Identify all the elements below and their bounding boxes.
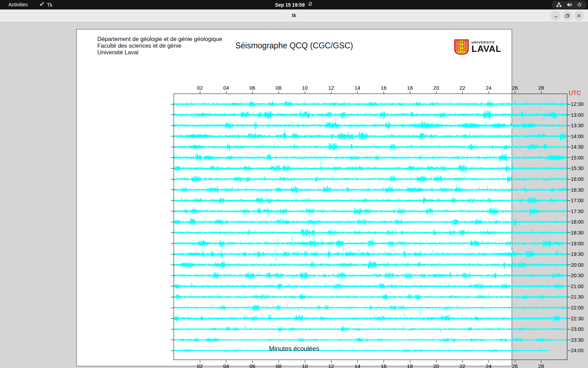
app-menu[interactable]: Tk bbox=[36, 0, 55, 9]
utc-time-label: 20:30 bbox=[571, 273, 583, 278]
utc-time-label: 22:30 bbox=[571, 316, 583, 321]
y-tick-mark bbox=[568, 190, 570, 190]
seismogram-canvas bbox=[174, 94, 567, 360]
x-tick-mark bbox=[305, 91, 305, 94]
x-tick-label: 22 bbox=[455, 85, 469, 91]
x-tick-label: 18 bbox=[403, 363, 417, 368]
utc-time-label: 13:00 bbox=[571, 112, 583, 118]
y-tick-mark bbox=[568, 179, 570, 179]
utc-time-label: 20:00 bbox=[571, 262, 583, 268]
y-tick-mark bbox=[568, 200, 570, 201]
y-tick-mark bbox=[171, 286, 174, 286]
y-tick-mark bbox=[171, 136, 174, 136]
y-tick-mark bbox=[171, 340, 174, 340]
x-tick-mark bbox=[384, 360, 384, 363]
x-tick-mark bbox=[515, 91, 515, 94]
y-tick-mark bbox=[171, 190, 174, 190]
utc-time-label: 19:30 bbox=[571, 251, 583, 257]
x-tick-label: 16 bbox=[377, 363, 391, 368]
x-tick-label: 02 bbox=[193, 85, 207, 91]
x-tick-mark bbox=[226, 91, 226, 94]
x-tick-mark bbox=[331, 91, 331, 94]
y-tick-mark bbox=[171, 318, 174, 319]
x-tick-label: 04 bbox=[219, 85, 233, 91]
y-tick-mark bbox=[568, 222, 570, 222]
utc-time-label: 24:00 bbox=[571, 348, 583, 353]
x-tick-label: 28 bbox=[534, 363, 548, 368]
y-tick-mark bbox=[171, 308, 174, 308]
x-tick-label: 24 bbox=[482, 363, 496, 368]
activities-button[interactable]: Activities bbox=[5, 0, 31, 9]
y-tick-mark bbox=[171, 275, 174, 276]
x-tick-mark bbox=[462, 360, 463, 363]
utc-time-label: 22:00 bbox=[571, 305, 583, 311]
maximize-button[interactable] bbox=[562, 11, 572, 21]
window-title: tk bbox=[0, 9, 588, 22]
y-tick-mark bbox=[171, 200, 174, 201]
x-tick-label: 20 bbox=[429, 363, 443, 368]
y-tick-mark bbox=[171, 115, 174, 115]
x-tick-mark bbox=[200, 91, 200, 94]
y-tick-mark bbox=[568, 254, 570, 254]
power-icon bbox=[577, 2, 582, 7]
x-axis-title: Minutes écoulées bbox=[77, 345, 512, 353]
minimize-button[interactable] bbox=[551, 11, 561, 21]
laval-shield-icon bbox=[454, 39, 469, 56]
utc-time-label: 21:00 bbox=[571, 284, 583, 289]
x-tick-mark bbox=[489, 360, 489, 363]
utc-time-label: 15:00 bbox=[571, 155, 583, 161]
x-tick-label: 12 bbox=[324, 363, 338, 368]
x-tick-mark bbox=[357, 91, 358, 94]
x-tick-mark bbox=[305, 360, 305, 363]
x-tick-mark bbox=[515, 360, 515, 363]
utc-time-label: 14:30 bbox=[571, 144, 583, 150]
x-tick-label: 04 bbox=[219, 363, 233, 368]
y-tick-mark bbox=[171, 104, 174, 104]
x-tick-label: 20 bbox=[429, 85, 443, 91]
y-tick-mark bbox=[568, 243, 570, 244]
y-tick-mark bbox=[171, 179, 174, 179]
university-laval-logo: UNIVERSITÉ LAVAL bbox=[454, 39, 501, 56]
y-tick-mark bbox=[171, 329, 174, 329]
volume-icon bbox=[567, 2, 572, 7]
x-tick-mark bbox=[200, 360, 200, 363]
y-tick-mark bbox=[568, 125, 570, 126]
x-tick-mark bbox=[252, 360, 253, 363]
y-tick-mark bbox=[568, 308, 570, 308]
app-name: Tk bbox=[47, 2, 52, 8]
x-tick-label: 02 bbox=[193, 363, 207, 368]
y-tick-mark bbox=[568, 168, 570, 169]
x-tick-mark bbox=[279, 360, 279, 363]
clock[interactable]: Sep 15 19:59 bbox=[275, 2, 305, 8]
x-tick-mark bbox=[279, 91, 279, 94]
y-tick-mark bbox=[568, 157, 570, 158]
utc-time-label: 17:30 bbox=[571, 209, 583, 214]
x-tick-mark bbox=[410, 91, 410, 94]
y-tick-mark bbox=[171, 265, 174, 265]
x-tick-label: 10 bbox=[298, 363, 312, 368]
utc-time-label: 14:00 bbox=[571, 134, 583, 139]
utc-time-label: 18:30 bbox=[571, 230, 583, 236]
utc-time-label: 23:00 bbox=[571, 326, 583, 332]
x-tick-mark bbox=[436, 360, 436, 363]
utc-time-label: 23:30 bbox=[571, 337, 583, 343]
y-tick-mark bbox=[568, 275, 570, 276]
x-tick-label: 26 bbox=[508, 363, 522, 368]
utc-time-label: 19:00 bbox=[571, 241, 583, 246]
y-tick-mark bbox=[171, 147, 174, 147]
utc-axis-label: UTC bbox=[569, 90, 581, 97]
y-tick-mark bbox=[568, 211, 570, 211]
x-tick-label: 26 bbox=[508, 85, 522, 91]
close-button[interactable] bbox=[574, 11, 584, 21]
logo-line-laval: LAVAL bbox=[471, 43, 501, 54]
window-title-bar[interactable]: tk bbox=[0, 9, 588, 22]
x-tick-label: 28 bbox=[534, 85, 548, 91]
x-tick-mark bbox=[252, 91, 253, 94]
y-tick-mark bbox=[171, 157, 174, 158]
system-tray[interactable] bbox=[552, 1, 587, 9]
x-tick-mark bbox=[384, 91, 384, 94]
x-tick-mark bbox=[541, 91, 541, 94]
y-tick-mark bbox=[568, 232, 570, 233]
x-tick-mark bbox=[357, 360, 358, 363]
y-tick-mark bbox=[171, 254, 174, 254]
